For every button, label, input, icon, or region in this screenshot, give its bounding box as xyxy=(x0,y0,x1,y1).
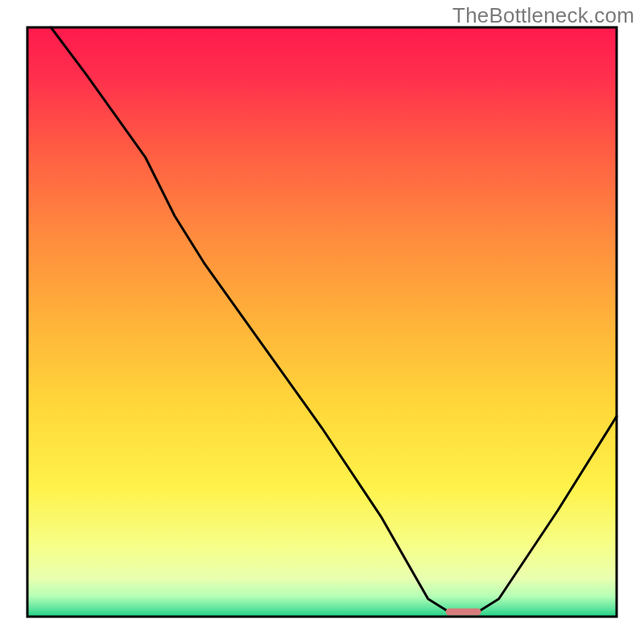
chart-canvas xyxy=(0,0,644,644)
bottleneck-chart: TheBottleneck.com xyxy=(0,0,644,644)
optimal-marker xyxy=(446,609,481,616)
watermark-text: TheBottleneck.com xyxy=(452,3,634,28)
